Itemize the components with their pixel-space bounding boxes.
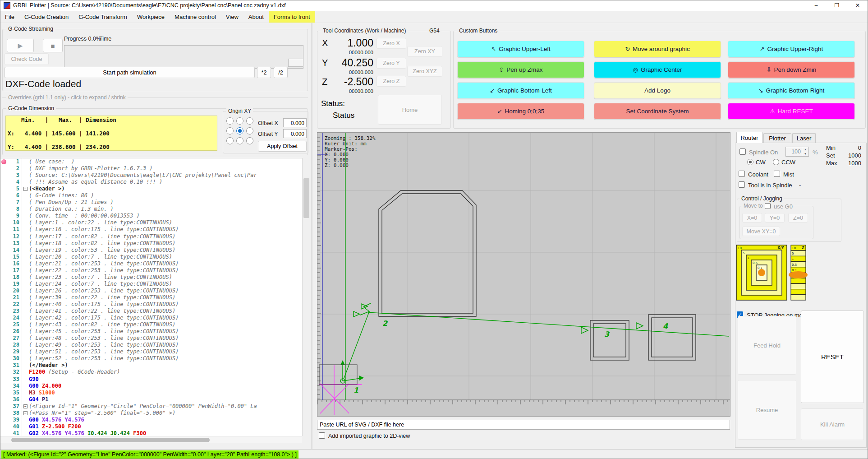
breakpoint-margin[interactable] — [0, 355, 8, 362]
stream-play-button[interactable]: ▶ — [7, 39, 34, 52]
zero-z-button[interactable]: Zero Z — [377, 76, 406, 87]
breakpoint-margin[interactable] — [0, 213, 8, 219]
2d-view-canvas[interactable]: 1 2 3 4 Zooming : 358.32% Ruler Unit: mm… — [317, 132, 730, 417]
graphic-bottom-left-button[interactable]: ↙Graphic Bottom-Left — [457, 82, 584, 99]
reset-button[interactable]: RESET — [801, 311, 864, 403]
breakpoint-margin[interactable] — [0, 342, 8, 348]
jog-xy-handle[interactable] — [758, 269, 765, 276]
menu-view[interactable]: View — [221, 11, 243, 23]
tab-laser[interactable]: Laser — [792, 133, 816, 143]
pen-down-zmin-button[interactable]: ⇩Pen down Zmin — [728, 61, 855, 78]
breakpoint-margin[interactable] — [0, 389, 8, 396]
maximize-button[interactable]: ❐ — [827, 0, 847, 11]
editor-vertical-scrollbar[interactable] — [302, 158, 310, 436]
move-xy0-button[interactable]: Move XY=0 — [742, 227, 780, 236]
overrides-label[interactable]: Overrides (grbl 1.1 only) - click to exp… — [6, 94, 128, 101]
editor-horizontal-scrollbar[interactable] — [0, 437, 302, 443]
home-button[interactable]: Home — [378, 95, 442, 125]
spindle-speed-spinner[interactable]: 100 ▲▼ — [785, 147, 809, 157]
offset-x-input[interactable]: 0.000 — [283, 118, 307, 127]
feed-hold-button[interactable]: Feed Hold — [738, 316, 796, 375]
jog-pad[interactable]: 10510.50.1X/Y10510.50.1Z — [736, 245, 813, 304]
graphic-bottom-right-button[interactable]: ↘Graphic Bottom-Right — [728, 82, 855, 99]
breakpoint-margin[interactable] — [0, 179, 8, 185]
graphic-center-button[interactable]: ◎Graphic Center — [594, 61, 721, 78]
menu-gcode-transform[interactable]: G-Code Transform — [73, 11, 132, 23]
breakpoint-margin[interactable] — [0, 281, 8, 287]
breakpoint-margin[interactable] — [0, 287, 8, 294]
scrollbar-thumb[interactable] — [11, 438, 210, 442]
origin-radio-1-2[interactable] — [246, 127, 253, 134]
breakpoint-margin[interactable] — [0, 294, 8, 301]
hard-reset-button[interactable]: ⚠Hard RESET — [728, 103, 855, 120]
breakpoint-margin[interactable] — [0, 417, 8, 423]
breakpoint-margin[interactable] — [0, 383, 8, 389]
fold-collapse-icon[interactable]: − — [23, 187, 28, 191]
spinner-arrows[interactable]: ▲▼ — [802, 147, 808, 156]
menu-workpiece[interactable]: Workpiece — [132, 11, 170, 23]
origin-radio-0-1[interactable] — [236, 117, 243, 125]
breakpoint-margin[interactable] — [0, 403, 8, 410]
add-graphic-checkbox[interactable] — [319, 432, 325, 439]
breakpoint-margin[interactable] — [0, 301, 8, 308]
spinner-up-icon[interactable]: ▲ — [802, 147, 808, 152]
move-y0-button[interactable]: Y=0 — [765, 213, 785, 223]
tool-in-spindle-checkbox[interactable] — [739, 181, 745, 188]
scrollbar-thumb[interactable] — [303, 178, 309, 218]
breakpoint-margin[interactable] — [0, 315, 8, 321]
move-x0-button[interactable]: X=0 — [742, 213, 762, 223]
breakpoint-margin[interactable] — [0, 199, 8, 206]
zero-x-button[interactable]: Zero X — [377, 38, 406, 49]
breakpoint-margin[interactable] — [0, 226, 8, 233]
breakpoint-margin[interactable] — [0, 335, 8, 342]
stream-stop-button[interactable]: ■ — [43, 39, 63, 52]
breakpoint-margin[interactable] — [0, 219, 8, 226]
breakpoint-margin[interactable] — [0, 185, 8, 192]
menu-machine-control[interactable]: Machine control — [170, 11, 221, 23]
breakpoint-margin[interactable] — [0, 430, 8, 436]
breakpoint-margin[interactable] — [0, 172, 8, 179]
jog-z-handle[interactable] — [789, 271, 808, 278]
menu-about[interactable]: About — [243, 11, 269, 23]
zero-xy-button[interactable]: Zero XY — [407, 46, 442, 57]
fold-collapse-icon[interactable]: − — [23, 411, 28, 415]
breakpoint-margin[interactable] — [0, 233, 8, 240]
mist-checkbox[interactable] — [774, 171, 780, 177]
add-logo-button[interactable]: Add Logo — [594, 82, 721, 99]
breakpoint-margin[interactable] — [0, 362, 8, 369]
simulation-speed-half-button[interactable]: /2 — [274, 67, 288, 78]
fold-margin[interactable]: − — [22, 403, 29, 410]
zero-y-button[interactable]: Zero Y — [377, 58, 406, 69]
breakpoint-margin[interactable] — [0, 240, 8, 247]
breakpoint-margin[interactable] — [0, 308, 8, 315]
breakpoint-margin[interactable] — [0, 254, 8, 260]
menu-forms-to-front[interactable]: Forms to front — [269, 11, 315, 23]
pen-up-zmax-button[interactable]: ⇧Pen up Zmax — [457, 61, 584, 78]
tab-router[interactable]: Router — [736, 132, 762, 143]
svg-dxf-url-input[interactable] — [317, 420, 730, 430]
menu-gcode-creation[interactable]: G-Code Creation — [19, 11, 73, 23]
breakpoint-margin[interactable] — [0, 260, 8, 267]
origin-radio-2-1[interactable] — [236, 137, 243, 144]
jog-z-band[interactable] — [791, 278, 806, 283]
use-g0-checkbox[interactable] — [765, 203, 771, 209]
breakpoint-margin[interactable] — [0, 267, 8, 274]
coolant-checkbox[interactable] — [739, 171, 745, 177]
set-coordinate-system-button[interactable]: Set Coordinate System — [594, 103, 721, 120]
resume-button[interactable]: Resume — [738, 380, 796, 440]
breakpoint-margin[interactable] — [0, 410, 8, 417]
ccw-radio[interactable] — [773, 159, 779, 165]
breakpoint-margin[interactable] — [0, 206, 8, 213]
cw-radio[interactable] — [747, 159, 753, 165]
minimize-button[interactable]: – — [806, 0, 827, 11]
origin-radio-2-2[interactable] — [246, 137, 253, 144]
breakpoint-margin[interactable] — [0, 376, 8, 383]
tab-plotter[interactable]: Plotter — [763, 133, 791, 143]
move-around-graphic-button[interactable]: ↻Move around graphic — [594, 41, 721, 57]
breakpoint-margin[interactable] — [0, 192, 8, 199]
apply-offset-button[interactable]: Apply Offset — [258, 141, 307, 152]
offset-y-input[interactable]: 0.000 — [283, 129, 307, 138]
check-code-button[interactable]: Check Code — [5, 53, 49, 65]
simulation-speed-double-button[interactable]: *2 — [257, 67, 271, 78]
zero-xyz-button[interactable]: Zero XYZ — [407, 66, 442, 77]
